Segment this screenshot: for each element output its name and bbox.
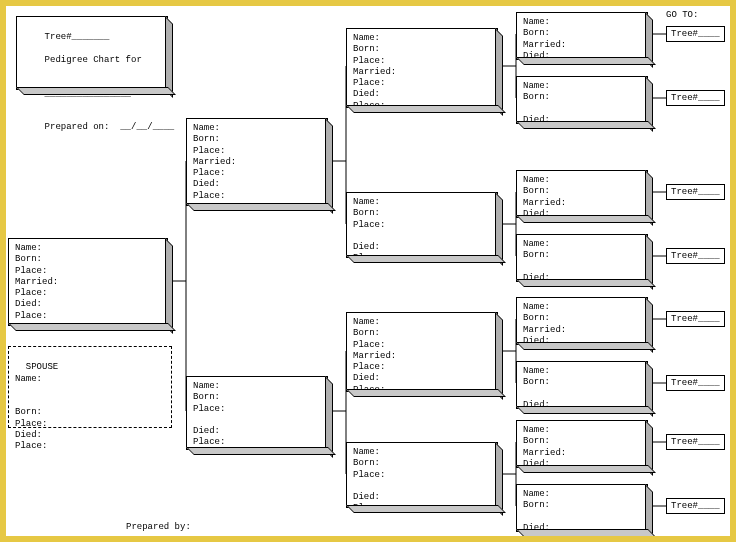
tree-tag-1[interactable]: Tree#____ — [666, 26, 725, 42]
person-box-gen3-3: Name: Born: Place: Married: Place: Died:… — [346, 312, 498, 392]
person-box-gen4-4: Name: Born: Died: — [516, 234, 648, 282]
person-fields-gen2-mother[interactable]: Name: Born: Place: Died: Place: — [187, 377, 327, 453]
person-fields-gen3-1[interactable]: Name: Born: Place: Married: Place: Died:… — [347, 29, 497, 116]
person-box-gen4-3: Name: Born: Married: Died: — [516, 170, 648, 218]
chart-for-line[interactable]: ________________ — [45, 89, 131, 99]
person-fields-gen4-1[interactable]: Name: Born: Married: Died: — [517, 13, 647, 66]
tree-tag-5[interactable]: Tree#____ — [666, 311, 725, 327]
person-fields-gen4-7[interactable]: Name: Born: Married: Died: — [517, 421, 647, 474]
tree-tag-7[interactable]: Tree#____ — [666, 434, 725, 450]
person-fields-gen4-8[interactable]: Name: Born: Died: — [517, 485, 647, 538]
person-fields-gen4-4[interactable]: Name: Born: Died: — [517, 235, 647, 288]
person-fields-gen2-father[interactable]: Name: Born: Place: Married: Place: Died:… — [187, 119, 327, 206]
person-box-gen4-6: Name: Born: Died: — [516, 361, 648, 409]
prepared-by-label[interactable]: Prepared by: — [126, 522, 191, 532]
person-box-gen4-2: Name: Born: Died: — [516, 76, 648, 124]
person-box-gen4-7: Name: Born: Married: Died: — [516, 420, 648, 468]
header-box: Tree#_______ Pedigree Chart for ________… — [16, 16, 168, 90]
spouse-box[interactable]: SPOUSE Name: Born: Place: Died: Place: — [8, 346, 172, 428]
spouse-body: Born: Place: Died: Place: — [15, 407, 47, 451]
person-fields-gen3-3[interactable]: Name: Born: Place: Married: Place: Died:… — [347, 313, 497, 400]
prepared-on-field[interactable]: Prepared on: __/__/____ — [45, 122, 175, 132]
person-box-gen3-1: Name: Born: Place: Married: Place: Died:… — [346, 28, 498, 108]
pedigree-chart-frame: Tree#_______ Pedigree Chart for ________… — [0, 0, 736, 542]
person-fields-gen3-2[interactable]: Name: Born: Place: Died: Place: — [347, 193, 497, 269]
tree-tag-6[interactable]: Tree#____ — [666, 375, 725, 391]
person-box-gen2-mother: Name: Born: Place: Died: Place: — [186, 376, 328, 450]
person-fields-gen4-5[interactable]: Name: Born: Married: Died: — [517, 298, 647, 351]
tree-number-field[interactable]: Tree#_______ — [45, 32, 110, 42]
person-box-gen4-5: Name: Born: Married: Died: — [516, 297, 648, 345]
person-box-gen2-father: Name: Born: Place: Married: Place: Died:… — [186, 118, 328, 206]
spouse-header: SPOUSE Name: — [15, 362, 58, 383]
goto-label: GO TO: — [666, 10, 698, 20]
tree-tag-3[interactable]: Tree#____ — [666, 184, 725, 200]
person-fields-gen3-4[interactable]: Name: Born: Place: Died: Place: — [347, 443, 497, 519]
tree-tag-4[interactable]: Tree#____ — [666, 248, 725, 264]
person-fields-gen4-6[interactable]: Name: Born: Died: — [517, 362, 647, 415]
tree-tag-8[interactable]: Tree#____ — [666, 498, 725, 514]
person-box-gen4-8: Name: Born: Died: — [516, 484, 648, 532]
tree-tag-2[interactable]: Tree#____ — [666, 90, 725, 106]
person-box-gen3-2: Name: Born: Place: Died: Place: — [346, 192, 498, 258]
chart-for-label: Pedigree Chart for — [45, 55, 142, 65]
person-box-gen3-4: Name: Born: Place: Died: Place: — [346, 442, 498, 508]
person-fields-gen4-2[interactable]: Name: Born: Died: — [517, 77, 647, 130]
person-fields-gen1[interactable]: Name: Born: Place: Married: Place: Died:… — [9, 239, 167, 326]
person-fields-gen4-3[interactable]: Name: Born: Married: Died: — [517, 171, 647, 224]
person-box-gen1: Name: Born: Place: Married: Place: Died:… — [8, 238, 168, 326]
header-content[interactable]: Tree#_______ Pedigree Chart for ________… — [17, 17, 167, 149]
person-box-gen4-1: Name: Born: Married: Died: — [516, 12, 648, 60]
